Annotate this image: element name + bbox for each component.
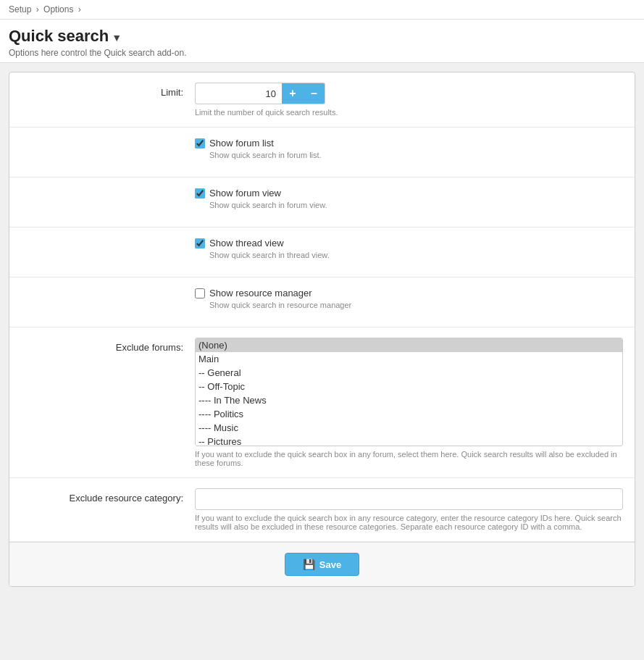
limit-controls: + – [195,83,623,104]
show-thread-view-label-spacer [21,238,195,242]
exclude-forums-select[interactable]: (None)Main-- General-- Off-Topic---- In … [195,338,623,446]
show-forum-view-content: Show forum view Show quick search in for… [195,188,623,217]
page-title-text: Quick search [9,27,109,46]
content-area: Limit: + – Limit the number of quick sea… [0,63,644,596]
show-resource-manager-label-spacer [21,288,195,292]
show-forum-view-text: Show forum view [209,188,281,199]
limit-row: Limit: + – Limit the number of quick sea… [9,72,635,128]
show-forum-list-label-spacer [21,138,195,142]
breadcrumb-sep1: › [36,4,39,14]
breadcrumb-options[interactable]: Options [43,4,73,14]
page-title-dropdown-icon[interactable]: ▼ [112,32,122,43]
show-thread-view-text: Show thread view [209,238,284,248]
show-resource-manager-checkbox-label[interactable]: Show resource manager [195,288,623,298]
show-thread-view-checkbox[interactable] [195,238,205,248]
limit-hint: Limit the number of quick search results… [195,108,623,117]
show-forum-view-checkbox-label[interactable]: Show forum view [195,188,623,199]
show-resource-manager-row: Show resource manager Show quick search … [9,277,635,327]
exclude-resource-content: If you want to exclude the quick search … [195,488,623,531]
exclude-resource-label: Exclude resource category: [21,488,195,504]
breadcrumb: Setup › Options › [0,0,644,20]
page-header: Quick search ▼ Options here control the … [0,20,644,63]
save-button[interactable]: 💾 Save [285,553,359,576]
exclude-forums-label: Exclude forums: [21,338,195,353]
exclude-resource-hint: If you want to exclude the quick search … [195,514,623,531]
exclude-forums-row: Exclude forums: (None)Main-- General-- O… [9,327,635,478]
exclude-resource-input[interactable] [195,488,623,510]
exclude-forums-content: (None)Main-- General-- Off-Topic---- In … [195,338,623,467]
save-row: 💾 Save [9,542,635,586]
show-forum-view-label-spacer [21,188,195,192]
options-panel: Limit: + – Limit the number of quick sea… [9,72,635,587]
show-forum-list-text: Show forum list [209,138,274,149]
breadcrumb-sep2: › [78,4,81,14]
limit-input[interactable] [195,83,282,104]
show-forum-view-row: Show forum view Show quick search in for… [9,177,635,227]
show-thread-view-checkbox-label[interactable]: Show thread view [195,238,623,248]
save-icon: 💾 [303,559,315,570]
limit-label: Limit: [21,83,195,98]
show-forum-view-hint: Show quick search in forum view. [209,201,623,209]
limit-plus-button[interactable]: + [282,83,304,104]
breadcrumb-setup[interactable]: Setup [9,4,31,14]
exclude-resource-row: Exclude resource category: If you want t… [9,478,635,542]
limit-content: + – Limit the number of quick search res… [195,83,623,117]
show-thread-view-content: Show thread view Show quick search in th… [195,238,623,267]
show-forum-view-checkbox[interactable] [195,188,205,199]
show-resource-manager-checkbox[interactable] [195,288,205,298]
show-resource-manager-text: Show resource manager [209,288,312,298]
show-resource-manager-content: Show resource manager Show quick search … [195,288,623,317]
show-forum-list-hint: Show quick search in forum list. [209,151,623,159]
show-resource-manager-hint: Show quick search in resource manager [209,301,623,309]
show-forum-list-row: Show forum list Show quick search in for… [9,128,635,177]
show-thread-view-row: Show thread view Show quick search in th… [9,227,635,277]
save-label: Save [319,559,341,570]
show-forum-list-checkbox-label[interactable]: Show forum list [195,138,623,149]
show-forum-list-checkbox[interactable] [195,138,205,149]
limit-minus-button[interactable]: – [304,83,325,104]
show-thread-view-hint: Show quick search in thread view. [209,251,623,259]
exclude-forums-hint: If you want to exclude the quick search … [195,450,623,467]
page-subtitle: Options here control the Quick search ad… [9,48,635,58]
show-forum-list-content: Show forum list Show quick search in for… [195,138,623,167]
